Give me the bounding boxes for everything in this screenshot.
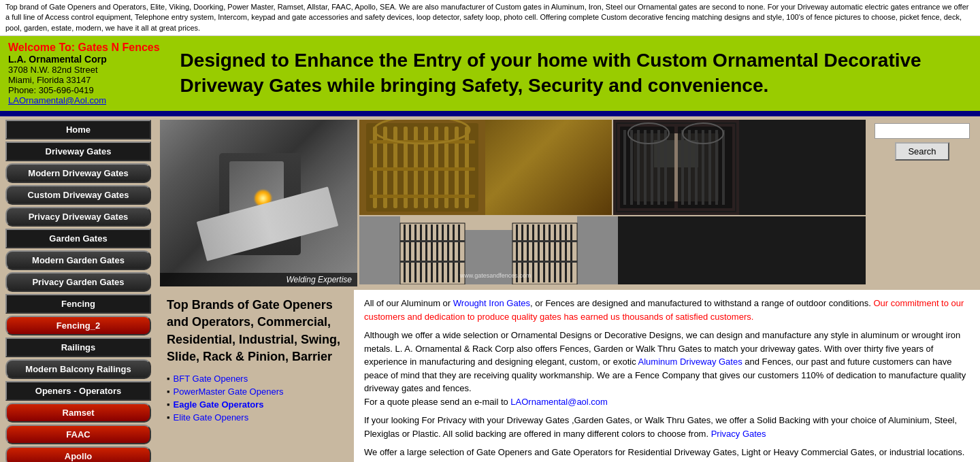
svg-rect-49	[425, 225, 427, 282]
brand-link-powermaster[interactable]: PowerMaster Gate Openers	[174, 386, 284, 397]
svg-rect-53	[447, 225, 449, 282]
nav-apollo[interactable]: Apollo	[5, 446, 151, 462]
brands-list: BFT Gate Openers PowerMaster Gate Opener…	[167, 372, 344, 424]
svg-rect-41	[577, 216, 618, 284]
svg-rect-66	[570, 225, 572, 282]
content-area: Welding Expertise	[157, 116, 980, 462]
svg-rect-61	[543, 225, 545, 282]
para3-text: If your looking For Privacy with your Dr…	[364, 415, 957, 439]
nav-modern-balcony[interactable]: Modern Balcony Railings	[5, 359, 151, 379]
nav-fencing-2[interactable]: Fencing_2	[5, 316, 151, 335]
nav-bar	[0, 111, 980, 116]
nav-driveway-gates[interactable]: Driveway Gates	[5, 142, 151, 161]
para-2: Although we offer a wide selection or Or…	[364, 329, 970, 408]
corp-name: L.A. Ornamental Corp	[8, 54, 160, 65]
svg-rect-46	[409, 225, 411, 282]
nav-modern-garden[interactable]: Modern Garden Gates	[5, 250, 151, 270]
para-3: If your looking For Privacy with your Dr…	[364, 414, 970, 440]
svg-rect-40	[359, 216, 400, 284]
privacy-gates-link[interactable]: Privacy Gates	[708, 429, 766, 439]
nav-privacy-garden[interactable]: Privacy Garden Gates	[5, 272, 151, 292]
svg-rect-30	[681, 130, 684, 205]
brand-item-bft: BFT Gate Openers	[167, 372, 344, 385]
svg-rect-67	[400, 240, 465, 242]
gate-image-1	[359, 120, 612, 215]
search-area: Search	[868, 120, 977, 164]
para1-before: All of our Aluminum or	[364, 298, 453, 308]
brands-heading: Top Brands of Gate Openers and Operators…	[167, 297, 344, 365]
address2: Miami, Florida 33147	[8, 75, 160, 85]
nav-home[interactable]: Home	[5, 120, 151, 139]
svg-rect-62	[549, 225, 551, 282]
svg-rect-63	[554, 225, 556, 282]
brand-link-eagle[interactable]: Eagle Gate Operators	[174, 399, 264, 410]
svg-rect-33	[702, 130, 704, 205]
brands-section: Top Brands of Gate Openers and Operators…	[157, 290, 354, 462]
header: Welcome To: Gates N Fences L.A. Ornament…	[0, 36, 980, 111]
svg-rect-47	[414, 225, 416, 282]
svg-rect-70	[512, 261, 577, 263]
nav-openers[interactable]: Openers - Operators	[5, 381, 151, 401]
email-link-2[interactable]: LAOrnamental@aol.com	[510, 397, 608, 407]
svg-rect-14	[370, 195, 475, 198]
search-button[interactable]: Search	[895, 142, 949, 161]
svg-rect-48	[420, 225, 422, 282]
nav-ramset[interactable]: Ramset	[5, 403, 151, 423]
gate-image-3: www.gatesandfences.com	[359, 216, 866, 284]
svg-rect-13	[370, 167, 475, 171]
welder-caption: Welding Expertise	[160, 273, 357, 286]
wrought-iron-link[interactable]: Wrought Iron Gates	[453, 298, 530, 308]
main-text-content: All of our Aluminum or Wrought Iron Gate…	[354, 290, 980, 462]
svg-rect-65	[565, 225, 567, 282]
bottom-content: Top Brands of Gate Openers and Operators…	[157, 290, 980, 462]
svg-rect-52	[442, 225, 444, 282]
nav-fencing[interactable]: Fencing	[5, 294, 151, 314]
para-4: We offer a large selection of Gate Opene…	[364, 446, 970, 462]
nav-custom-driveway[interactable]: Custom Driveway Gates	[5, 185, 151, 205]
svg-rect-26	[644, 130, 647, 205]
top-bar: Top brand of Gate Openers and Operators,…	[0, 0, 980, 36]
nav-garden-gates[interactable]: Garden Gates	[5, 229, 151, 248]
address1: 3708 N.W. 82nd Street	[8, 65, 160, 75]
gate-image-2	[613, 120, 866, 215]
svg-rect-28	[657, 130, 660, 205]
main-layout: Home Driveway Gates Modern Driveway Gate…	[0, 116, 980, 462]
brand-item-elite: Elite Gate Openers	[167, 411, 344, 424]
para1-after: , or Fences are designed and manufacture…	[530, 298, 871, 308]
headline: Designed to Enhance the Entry of your ho…	[180, 48, 965, 98]
svg-rect-50	[431, 225, 433, 282]
svg-rect-32	[695, 130, 698, 205]
email-link[interactable]: LAOrnamental@Aol.com	[8, 95, 106, 105]
header-right: Designed to Enhance the Entry of your ho…	[174, 42, 972, 105]
svg-rect-54	[453, 225, 455, 282]
svg-rect-27	[651, 130, 653, 205]
brand-item-powermaster: PowerMaster Gate Openers	[167, 385, 344, 398]
svg-rect-64	[559, 225, 561, 282]
svg-rect-59	[532, 225, 534, 282]
welder-image: Welding Expertise	[160, 120, 357, 286]
svg-rect-51	[436, 225, 438, 282]
nav-modern-driveway[interactable]: Modern Driveway Gates	[5, 163, 151, 183]
nav-privacy-driveway[interactable]: Privacy Driveway Gates	[5, 207, 151, 227]
phone: Phone: 305-696-0419	[8, 85, 160, 95]
svg-rect-60	[538, 225, 540, 282]
svg-rect-45	[404, 225, 406, 282]
nav-railings[interactable]: Railings	[5, 337, 151, 357]
aluminum-driveway-link[interactable]: Aluminum Driveway Gates	[638, 357, 742, 367]
header-left: Welcome To: Gates N Fences L.A. Ornament…	[8, 42, 160, 105]
para4-text: We offer a large selection of Gate Opene…	[364, 447, 964, 462]
svg-rect-36	[722, 130, 725, 205]
nav-faac[interactable]: FAAC	[5, 425, 151, 444]
para-1: All of our Aluminum or Wrought Iron Gate…	[364, 297, 970, 323]
brand-link-bft[interactable]: BFT Gate Openers	[174, 374, 248, 384]
svg-rect-69	[512, 240, 577, 242]
welcome-label: Welcome To: Gates N Fences	[8, 42, 160, 54]
svg-rect-29	[664, 130, 667, 205]
svg-rect-24	[630, 130, 633, 205]
search-input[interactable]	[875, 123, 970, 139]
sidebar: Home Driveway Gates Modern Driveway Gate…	[0, 116, 157, 462]
svg-text:www.gatesandfences.com: www.gatesandfences.com	[459, 272, 532, 279]
svg-rect-68	[400, 261, 465, 263]
para2-email-before: For a quote please send an e-mail to	[364, 397, 510, 407]
brand-link-elite[interactable]: Elite Gate Openers	[174, 412, 249, 423]
